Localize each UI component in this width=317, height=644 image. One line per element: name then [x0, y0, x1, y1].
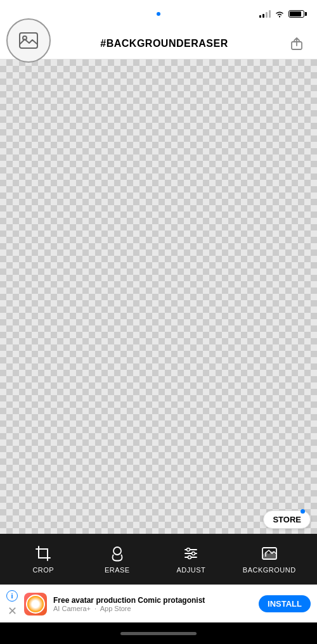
store-dot — [301, 509, 305, 514]
ad-subtitle: AI Camera+ · App Store — [53, 605, 252, 612]
erase-icon — [108, 545, 126, 562]
store-button[interactable]: STORE — [263, 510, 311, 529]
wifi-icon — [275, 10, 285, 18]
background-label: BACKGROUND — [243, 566, 296, 574]
crop-icon — [34, 545, 52, 562]
home-bar — [120, 632, 197, 635]
gallery-icon — [17, 29, 40, 52]
ad-text: Free avatar production Comic protagonist… — [53, 596, 252, 612]
status-dot — [157, 12, 160, 16]
header: #BACKGROUNDERASER — [0, 28, 317, 60]
bottom-toolbar: CROP ERASE ADJUST — [0, 534, 317, 584]
ad-banner: i ✕ Free avatar production Comic protago… — [0, 584, 317, 622]
adjust-icon — [182, 545, 200, 562]
svg-point-10 — [188, 556, 191, 559]
adjust-label: ADJUST — [176, 566, 205, 574]
ad-source: AI Camera+ — [53, 605, 91, 612]
adjust-tool[interactable]: ADJUST — [169, 545, 213, 574]
background-tool[interactable]: BACKGROUND — [243, 545, 296, 574]
svg-point-8 — [187, 548, 190, 552]
svg-point-0 — [279, 16, 280, 18]
signal-icon — [259, 10, 271, 18]
header-title: #BACKGROUNDERASER — [42, 38, 287, 49]
battery-icon — [288, 10, 304, 18]
ad-info-icon[interactable]: i — [6, 590, 18, 602]
ad-store: App Store — [100, 605, 131, 612]
canvas-area[interactable]: STORE — [0, 60, 317, 534]
install-button[interactable]: INSTALL — [259, 595, 311, 612]
status-right — [259, 10, 304, 18]
crop-label: CROP — [32, 566, 54, 574]
svg-point-9 — [192, 552, 195, 555]
ad-close-button[interactable]: ✕ — [8, 604, 17, 618]
svg-rect-1 — [20, 33, 37, 48]
ad-title: Free avatar production Comic protagonist — [53, 596, 252, 605]
ad-app-icon — [24, 593, 47, 616]
erase-tool[interactable]: ERASE — [95, 545, 139, 574]
svg-point-4 — [113, 547, 121, 555]
status-center — [157, 12, 160, 16]
share-icon — [290, 37, 304, 51]
background-icon — [261, 545, 278, 562]
crop-tool[interactable]: CROP — [21, 545, 65, 574]
home-indicator — [0, 622, 317, 644]
status-bar — [0, 0, 317, 28]
store-label: STORE — [273, 515, 301, 524]
share-button[interactable] — [287, 34, 307, 54]
erase-label: ERASE — [105, 566, 130, 574]
gallery-button[interactable] — [6, 18, 51, 63]
ad-app-icon-inner — [26, 595, 45, 614]
